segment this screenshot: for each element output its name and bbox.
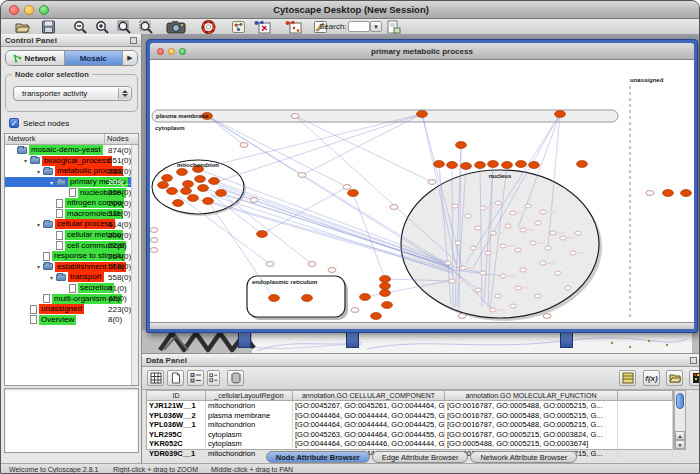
network-node[interactable] [447, 162, 458, 169]
table-row[interactable]: YJR121W__1mitochondrion[GO:0045267, GO:0… [147, 401, 673, 411]
network-node-small[interactable] [565, 286, 571, 290]
network-node-small[interactable] [570, 251, 576, 255]
tree-row[interactable]: ▾transport558(0) [5, 272, 138, 283]
background-window-fragment[interactable] [560, 331, 573, 348]
import-folder-icon[interactable] [666, 370, 683, 386]
network-node-small[interactable] [485, 251, 491, 255]
tab-node-attribute-browser[interactable]: Node Attribute Browser [266, 451, 370, 463]
network-node-small[interactable] [490, 308, 496, 312]
network-node-small[interactable] [510, 304, 516, 308]
network-node-small[interactable] [495, 294, 501, 298]
network-node[interactable] [216, 190, 227, 197]
attribute-table[interactable]: ID_cellularLayoutRegionannotation.GO CEL… [146, 390, 674, 450]
zoom-out-icon[interactable] [73, 20, 88, 34]
tree-row[interactable]: ▾metabolic process280(0) [5, 166, 138, 177]
dropdown-stepper-icon[interactable] [118, 88, 130, 99]
network-node-unselected[interactable] [646, 191, 654, 196]
table-header-cell[interactable]: annotation.GO MOLECULAR_FUNCTION [445, 391, 618, 400]
tree-column-nodes[interactable]: Nodes [105, 134, 138, 144]
background-window-fragment[interactable] [346, 331, 359, 348]
tab-mosaic[interactable]: Mosaic [65, 51, 124, 65]
network-node[interactable] [348, 190, 359, 197]
network-node-small[interactable] [550, 231, 556, 235]
birds-eye-view-panel[interactable] [4, 388, 139, 453]
network-node[interactable] [360, 294, 371, 301]
float-panel-icon[interactable] [130, 37, 137, 44]
network-node-unselected[interactable] [351, 308, 359, 313]
network-node[interactable] [577, 161, 588, 168]
background-window-fragment[interactable] [238, 331, 251, 348]
network-node[interactable] [461, 163, 472, 170]
tree-row[interactable]: nitrogen compo209(0) [5, 198, 138, 209]
network-node-small[interactable] [520, 228, 526, 232]
network-node-unselected[interactable] [343, 185, 351, 190]
network-node-unselected[interactable] [428, 180, 436, 185]
network-node-unselected[interactable] [390, 205, 398, 210]
network-node-small[interactable] [525, 204, 531, 208]
table-header-cell[interactable] [618, 391, 673, 400]
network-node[interactable] [475, 162, 486, 169]
network-node[interactable] [257, 231, 268, 238]
network-node[interactable] [195, 176, 206, 183]
network-node[interactable] [380, 276, 391, 283]
network-node-unselected[interactable] [298, 173, 306, 178]
tree-scrollbar[interactable] [131, 145, 138, 385]
network-node-small[interactable] [535, 294, 541, 298]
save-icon[interactable] [41, 20, 56, 34]
network-node-small[interactable] [540, 210, 546, 214]
network-node-small[interactable] [560, 236, 566, 240]
network-node[interactable] [177, 169, 188, 176]
float-panel-icon[interactable] [690, 357, 697, 364]
network-node-unselected[interactable] [308, 262, 316, 267]
network-node-unselected[interactable] [543, 314, 551, 319]
network-node[interactable] [183, 181, 194, 188]
network-node-unselected[interactable] [150, 238, 158, 243]
network-node[interactable] [555, 111, 566, 118]
tree-row[interactable]: ▾establishment of lo558(0) [5, 262, 138, 273]
network-node-small[interactable] [500, 244, 506, 248]
attribute-list-icon[interactable] [207, 370, 220, 386]
network-node-small[interactable] [500, 274, 506, 278]
snapshot-icon[interactable] [166, 20, 186, 34]
network-node[interactable] [198, 185, 209, 192]
attribute-table-icon[interactable] [619, 370, 636, 386]
table-row[interactable]: YKR052Ccytoplasm[GO:0044464, GO:0044446,… [147, 439, 673, 449]
network-node-small[interactable] [540, 261, 546, 265]
network-node-small[interactable] [452, 204, 458, 208]
tree-column-network[interactable]: Network [5, 134, 105, 144]
network-node-small[interactable] [445, 261, 451, 265]
table-header-cell[interactable]: ID [147, 391, 206, 400]
network-node-small[interactable] [505, 224, 511, 228]
zoom-in-icon[interactable] [95, 20, 110, 34]
network-node[interactable] [502, 162, 513, 169]
scrollbar-thumb[interactable] [676, 393, 684, 409]
tree-row[interactable]: cell communicat22(0) [5, 240, 138, 251]
tab-network-attribute-browser[interactable]: Network Attribute Browser [470, 451, 577, 463]
disclosure-triangle-icon[interactable]: ▾ [34, 263, 43, 270]
network-node-small[interactable] [475, 288, 481, 292]
network-node-small[interactable] [545, 246, 551, 250]
network-node[interactable] [380, 283, 391, 290]
network-node-unselected[interactable] [150, 248, 158, 253]
table-scrollbar[interactable]: ▲ ▼ [674, 390, 686, 450]
table-row[interactable]: YPL036W__1mitochondrion[GO:0044464, GO:0… [147, 420, 673, 430]
search-input[interactable] [348, 21, 370, 32]
network-node-small[interactable] [490, 231, 496, 235]
network-window-titlebar[interactable]: primary metabolic process [150, 43, 694, 60]
network-node[interactable] [488, 161, 499, 168]
tree-row[interactable]: Overview8(0) [5, 315, 138, 326]
network-node-small[interactable] [575, 231, 581, 235]
network-node-unselected[interactable] [150, 228, 158, 233]
network-node-unselected[interactable] [250, 198, 258, 203]
network-node[interactable] [209, 178, 220, 185]
horizontal-scrollbar[interactable] [150, 322, 694, 329]
network-node[interactable] [203, 198, 214, 205]
network-node[interactable] [158, 182, 169, 189]
select-nodes-checkbox[interactable]: ✓ [9, 118, 19, 128]
network-node[interactable] [162, 175, 173, 182]
tab-overflow-icon[interactable]: ▶ [123, 51, 137, 65]
network-node[interactable] [173, 200, 184, 207]
disclosure-triangle-icon[interactable]: ▾ [47, 274, 56, 281]
network-node-unselected[interactable] [266, 262, 274, 267]
table-row[interactable]: YLR295Ccytoplasm[GO:0045263, GO:0044464,… [147, 430, 673, 440]
